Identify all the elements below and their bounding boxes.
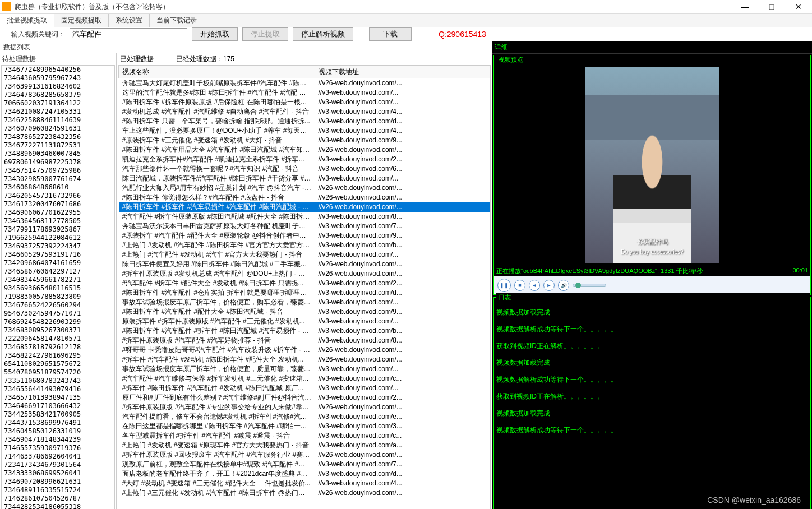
pending-item[interactable]: 7146286107504526787: [2, 494, 114, 503]
pending-item[interactable]: 7343333068699526041: [2, 469, 114, 478]
play-pause-button[interactable]: ❚❚: [497, 279, 511, 292]
pending-item[interactable]: 7348786527238432356: [2, 133, 114, 141]
pending-item[interactable]: 7346173200476071686: [2, 200, 114, 209]
table-row[interactable]: #拆车件原装原版 #回收报废车 #汽车配件 #汽车服务行业 #赛麦...//v2…: [119, 450, 490, 460]
stop-crawl-button[interactable]: 停止提取: [242, 27, 288, 41]
pending-item[interactable]: 7346772489965440256: [2, 66, 114, 74]
table-row[interactable]: 事故车试验场报废车原厂拆车件，价格便宜，购车必看，臻菱无...//v3-web.…: [119, 298, 490, 307]
pending-item[interactable]: 7348896903460007845: [2, 150, 114, 158]
table-row[interactable]: 在陈田这里都是指哪拆哪里 #陈田拆车件 #汽车配件 #哪怕一条线...//v3-…: [119, 422, 490, 431]
pending-list[interactable]: 7346772489965440256734643605979596724373…: [1, 65, 115, 509]
table-row[interactable]: #拆车件原装原版 #汽车配件 #专业的事交给专业的人来做#靠谱...//v26-…: [119, 402, 490, 412]
table-row[interactable]: #汽车配件 #汽车维修与保养 #拆车发动机 #三元催化 #变速箱...//v3-…: [119, 374, 490, 383]
pending-item[interactable]: 7144633786692604041: [2, 452, 114, 461]
table-row[interactable]: #上热门 #三元催化 #发动机 #汽车配件 #陈田拆车件 @热门音乐...//v…: [119, 488, 490, 498]
pending-item[interactable]: 7222096458147810571: [2, 335, 114, 343]
download-button[interactable]: 下载: [369, 27, 412, 41]
table-row[interactable]: #上热门 #发动机 #变速箱 #原现车件 #官方大大我要热门 - 抖音//v3-…: [119, 441, 490, 450]
table-row[interactable]: 奔驰宝马沃尔沃本田丰田雷克萨斯原装大灯各种配 机盖叶子板车...//v3-web…: [119, 221, 490, 231]
table-row[interactable]: #拆车件原装原版 #汽车配件 #汽车好物推荐 - 抖音//v3-web.douy…: [119, 336, 490, 345]
pending-item[interactable]: 9546730245947571071: [2, 309, 114, 318]
pending-item[interactable]: 7346766524226560294: [2, 301, 114, 309]
pending-item[interactable]: 7346772271131872531: [2, 141, 114, 150]
table-row[interactable]: #汽车配件 #拆车件 #配件大全 #发动机 #陈田拆车件 只需提...//v3-…: [119, 279, 490, 288]
pending-item[interactable]: 7346906067701622955: [2, 209, 114, 217]
pending-item[interactable]: 5540780951879574720: [2, 368, 114, 377]
table-row[interactable]: 陈田拆车件便宜又好用 #陈田拆车件 #陈田汽配城 #二手车搬运工...//v26…: [119, 260, 490, 269]
tab-settings[interactable]: 系统设置: [109, 14, 150, 27]
pending-item[interactable]: 7346399131616824602: [2, 82, 114, 91]
table-row[interactable]: 观致原厂前杠，观致全车配件在线接单中#观致 #汽车配件 #汽修...//v3-w…: [119, 460, 490, 469]
pending-item[interactable]: 7346605297593191716: [2, 251, 114, 259]
pending-item[interactable]: 7340834459661782271: [2, 276, 114, 284]
close-button[interactable]: ✕: [787, 0, 810, 13]
pending-item[interactable]: 7346205457316732966: [2, 192, 114, 200]
pending-item[interactable]: 7346225888461114639: [2, 116, 114, 124]
pending-item[interactable]: 7335110680783243743: [2, 377, 114, 385]
table-row[interactable]: #上热门 #发动机 #汽车配件 #陈田拆车件 #官方官方大爱官方热...//v3…: [119, 240, 490, 250]
pending-item[interactable]: 7346556441493079416: [2, 385, 114, 394]
pending-item[interactable]: 7344282534186055318: [2, 503, 114, 509]
pending-item[interactable]: 7346830895267300371: [2, 326, 114, 335]
minimize-button[interactable]: —: [733, 0, 756, 13]
table-row[interactable]: #陈田拆车件 只需一个车架号，要啥拆啥 指那拆那。通通拆拆...//v3-web…: [119, 117, 490, 126]
table-row[interactable]: #原装拆车 #汽车配件 #配件大全 #原装轮毂 @抖音创作者中心...//v3-…: [119, 231, 490, 240]
table-row[interactable]: #大灯 #发动机 #变速箱 #三元催化 #配件大全 一件也是批发价...//v3…: [119, 479, 490, 488]
table-row[interactable]: 汽配行业大咖入局#用车有妙招 #星巢计划 #汽车 @抖音汽车 - 抖音//v26…: [119, 183, 490, 193]
table-row[interactable]: 原装拆车件 #拆车件原装原版 #汽车配件 #三元催化 #发动机...//v3-w…: [119, 317, 490, 326]
pending-item[interactable]: 6978061496987225378: [2, 158, 114, 166]
table-row[interactable]: 陈田汽配城，原装拆车件#汽车配件 #陈田拆车件 #干货分享 #原...//v3-…: [119, 174, 490, 183]
pending-item[interactable]: 7346364568112778505: [2, 217, 114, 225]
volume-icon[interactable]: 🔊: [558, 280, 569, 291]
pending-item[interactable]: 7066602037191364122: [2, 99, 114, 108]
table-row[interactable]: 汽车那些部件坏一个就得换一套呢？#汽车知识 #汽配 - 抖音//v3-web.d…: [119, 164, 490, 174]
table-row[interactable]: #陈田拆车件 #汽车配件 #配件大全 #陈田汽配城 - 抖音//v3-web.d…: [119, 307, 490, 317]
pending-item[interactable]: 7346045850126331019: [2, 427, 114, 436]
table-row[interactable]: 各车型减震拆车件#拆车件 #汽车配件 #减震 #避震 - 抖音//v3-web.…: [119, 431, 490, 441]
pending-item[interactable]: 7346937257392224347: [2, 242, 114, 251]
volume-slider[interactable]: [573, 284, 606, 287]
pending-item[interactable]: 7346068648668610: [2, 183, 114, 192]
table-row[interactable]: 事故车试验场报废车原厂拆车件，价格便宜，质量可靠，臻菱无...//v3-web.…: [119, 364, 490, 374]
tab-batch-extract[interactable]: 批量视频提取: [0, 14, 54, 27]
pending-item[interactable]: 7346210087247105331: [2, 108, 114, 116]
table-row[interactable]: 凯迪拉克全系拆车件#汽车配件 #凯迪拉克全系拆车件 #拆车件 #...//v3-…: [119, 155, 490, 164]
table-row[interactable]: #陈田拆车件 #汽车用品大全 #汽车配件 #陈田汽配城 #汽车知识...//v2…: [119, 145, 490, 155]
table-row[interactable]: #陈田拆车件 #拆车件 #汽车易损件 #汽车配件 #陈田汽配城 - 抖音//v2…: [119, 202, 490, 212]
pending-item[interactable]: 7198830057885823809: [2, 293, 114, 301]
table-row[interactable]: #发动机总成 #汽车配件 #汽配维修 #自动离合 #汽车配件 - 抖音//v3-…: [119, 107, 490, 117]
stop-button[interactable]: ■: [514, 280, 525, 291]
start-crawl-button[interactable]: 开始抓取: [192, 27, 238, 41]
pending-item[interactable]: 7346857818792612178: [2, 343, 114, 351]
table-row[interactable]: 面店老板的老车配件终于齐了，开工！#2021dcar年度盛典 #抖...//v3…: [119, 469, 490, 479]
pending-item[interactable]: 7346907208996621631: [2, 478, 114, 486]
table-row[interactable]: #汽车配件 #拆车件原装原版 #陈田汽配城 #配件大全 #陈田拆车...//v3…: [119, 212, 490, 221]
log-content[interactable]: 视频数据加载完成视频数据解析成功等待下一个。。。。。获取到视频ID正在解析。。。…: [494, 302, 810, 509]
prev-button[interactable]: ◄: [529, 280, 540, 291]
table-row[interactable]: 奔驰宝马大灯尾灯机盖叶子板前嘴原装拆车件#汽车配件 #陈田拆...//v26-w…: [119, 78, 490, 89]
table-row[interactable]: 原厂件和副厂件到底有什么差别？#汽车维修#副厂件@抖音汽车@...//v3-we…: [119, 393, 490, 402]
keyword-input[interactable]: [70, 28, 187, 40]
table-row[interactable]: #陈田拆车件 #汽车配件 #仓库实拍 拆车件就是要哪里拆哪里！...//v3-w…: [119, 288, 490, 298]
pending-item[interactable]: 7686924548226903299: [2, 318, 114, 326]
maximize-button[interactable]: □: [760, 0, 783, 13]
pending-item[interactable]: 7146557359309719376: [2, 444, 114, 452]
table-row[interactable]: #陈田拆车件 #拆车件原装原版 #后保险杠 在陈田哪怕是一根线...//v3-w…: [119, 98, 490, 107]
pending-item[interactable]: 7196625944122084612: [2, 234, 114, 242]
pending-item[interactable]: 7346822427961696295: [2, 351, 114, 360]
pending-item[interactable]: 7346070960824591631: [2, 124, 114, 133]
pending-item[interactable]: 7342096864074161659: [2, 259, 114, 267]
pending-item[interactable]: 7343029859007761674: [2, 175, 114, 183]
next-button[interactable]: ►: [543, 280, 555, 291]
col-video-url[interactable]: 视频下载地址: [315, 66, 490, 78]
table-row[interactable]: #原装拆车件 #三元催化 #变速箱 #发动机 #大灯 - 抖音//v3-web.…: [119, 136, 490, 145]
pending-item[interactable]: 7346751475709725986: [2, 166, 114, 175]
pending-item[interactable]: 7346436059795967243: [2, 74, 114, 82]
table-row[interactable]: #拆车件原装原版 #发动机总成 #汽车配件 @DOU+上热门 - 抖音//v26…: [119, 269, 490, 279]
table-row[interactable]: #陈田拆车件 #汽车配件 #拆车件 #陈田汽配城 #汽车易损件 - 抖音//v3…: [119, 326, 490, 336]
tab-downloads[interactable]: 当前下载记录: [150, 14, 204, 27]
processed-table[interactable]: 视频名称 视频下载地址 奔驰宝马大灯尾灯机盖叶子板前嘴原装拆车件#汽车配件 #陈…: [118, 65, 491, 509]
tab-fixed-extract[interactable]: 固定视频提取: [54, 14, 109, 27]
pending-item[interactable]: 7344371538699976491: [2, 419, 114, 427]
stop-parse-button[interactable]: 停止解析视频: [293, 27, 353, 41]
